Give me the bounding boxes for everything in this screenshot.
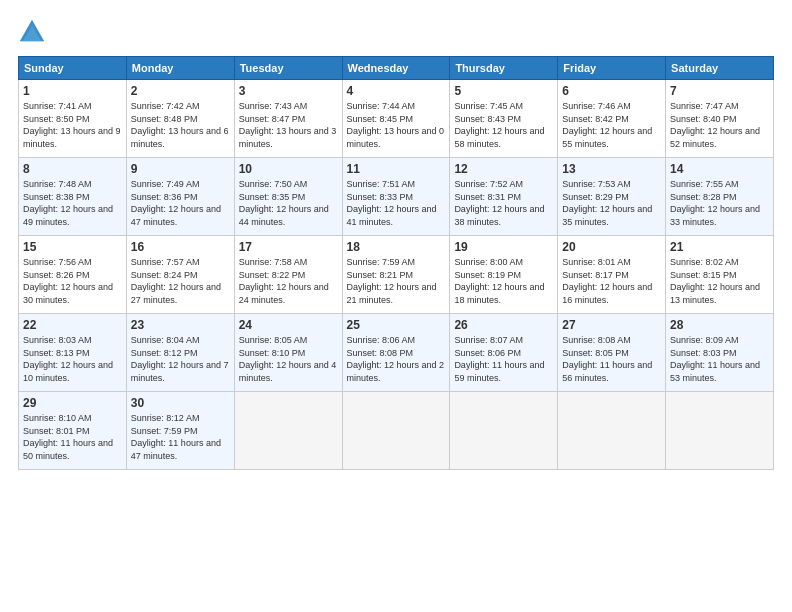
week-row-1: 1Sunrise: 7:41 AMSunset: 8:50 PMDaylight… (19, 80, 774, 158)
header-monday: Monday (126, 57, 234, 80)
day-info: Sunrise: 7:57 AMSunset: 8:24 PMDaylight:… (131, 256, 230, 306)
day-number: 17 (239, 240, 338, 254)
day-info: Sunrise: 8:03 AMSunset: 8:13 PMDaylight:… (23, 334, 122, 384)
day-cell: 14Sunrise: 7:55 AMSunset: 8:28 PMDayligh… (666, 158, 774, 236)
day-cell: 21Sunrise: 8:02 AMSunset: 8:15 PMDayligh… (666, 236, 774, 314)
day-info: Sunrise: 7:58 AMSunset: 8:22 PMDaylight:… (239, 256, 338, 306)
day-number: 26 (454, 318, 553, 332)
day-info: Sunrise: 7:41 AMSunset: 8:50 PMDaylight:… (23, 100, 122, 150)
day-info: Sunrise: 8:02 AMSunset: 8:15 PMDaylight:… (670, 256, 769, 306)
day-info: Sunrise: 7:47 AMSunset: 8:40 PMDaylight:… (670, 100, 769, 150)
day-info: Sunrise: 8:05 AMSunset: 8:10 PMDaylight:… (239, 334, 338, 384)
day-cell: 24Sunrise: 8:05 AMSunset: 8:10 PMDayligh… (234, 314, 342, 392)
day-info: Sunrise: 7:52 AMSunset: 8:31 PMDaylight:… (454, 178, 553, 228)
day-info: Sunrise: 8:12 AMSunset: 7:59 PMDaylight:… (131, 412, 230, 462)
day-cell: 13Sunrise: 7:53 AMSunset: 8:29 PMDayligh… (558, 158, 666, 236)
page: SundayMondayTuesdayWednesdayThursdayFrid… (0, 0, 792, 612)
day-cell (666, 392, 774, 470)
day-info: Sunrise: 7:45 AMSunset: 8:43 PMDaylight:… (454, 100, 553, 150)
day-cell: 25Sunrise: 8:06 AMSunset: 8:08 PMDayligh… (342, 314, 450, 392)
day-cell: 28Sunrise: 8:09 AMSunset: 8:03 PMDayligh… (666, 314, 774, 392)
day-info: Sunrise: 7:48 AMSunset: 8:38 PMDaylight:… (23, 178, 122, 228)
day-cell: 17Sunrise: 7:58 AMSunset: 8:22 PMDayligh… (234, 236, 342, 314)
day-number: 14 (670, 162, 769, 176)
day-number: 5 (454, 84, 553, 98)
day-number: 27 (562, 318, 661, 332)
day-number: 3 (239, 84, 338, 98)
day-info: Sunrise: 7:46 AMSunset: 8:42 PMDaylight:… (562, 100, 661, 150)
day-info: Sunrise: 7:55 AMSunset: 8:28 PMDaylight:… (670, 178, 769, 228)
day-cell (234, 392, 342, 470)
day-number: 16 (131, 240, 230, 254)
day-cell: 20Sunrise: 8:01 AMSunset: 8:17 PMDayligh… (558, 236, 666, 314)
day-number: 18 (347, 240, 446, 254)
day-cell: 1Sunrise: 7:41 AMSunset: 8:50 PMDaylight… (19, 80, 127, 158)
week-row-5: 29Sunrise: 8:10 AMSunset: 8:01 PMDayligh… (19, 392, 774, 470)
day-number: 4 (347, 84, 446, 98)
day-cell (558, 392, 666, 470)
day-number: 9 (131, 162, 230, 176)
day-number: 24 (239, 318, 338, 332)
day-cell: 4Sunrise: 7:44 AMSunset: 8:45 PMDaylight… (342, 80, 450, 158)
day-number: 22 (23, 318, 122, 332)
day-info: Sunrise: 7:59 AMSunset: 8:21 PMDaylight:… (347, 256, 446, 306)
day-info: Sunrise: 7:42 AMSunset: 8:48 PMDaylight:… (131, 100, 230, 150)
day-cell: 5Sunrise: 7:45 AMSunset: 8:43 PMDaylight… (450, 80, 558, 158)
day-info: Sunrise: 8:01 AMSunset: 8:17 PMDaylight:… (562, 256, 661, 306)
day-number: 23 (131, 318, 230, 332)
day-info: Sunrise: 7:53 AMSunset: 8:29 PMDaylight:… (562, 178, 661, 228)
header-saturday: Saturday (666, 57, 774, 80)
day-number: 10 (239, 162, 338, 176)
day-cell: 23Sunrise: 8:04 AMSunset: 8:12 PMDayligh… (126, 314, 234, 392)
day-number: 13 (562, 162, 661, 176)
day-cell: 19Sunrise: 8:00 AMSunset: 8:19 PMDayligh… (450, 236, 558, 314)
day-number: 8 (23, 162, 122, 176)
day-cell: 15Sunrise: 7:56 AMSunset: 8:26 PMDayligh… (19, 236, 127, 314)
day-cell: 27Sunrise: 8:08 AMSunset: 8:05 PMDayligh… (558, 314, 666, 392)
day-cell: 12Sunrise: 7:52 AMSunset: 8:31 PMDayligh… (450, 158, 558, 236)
day-number: 6 (562, 84, 661, 98)
day-number: 12 (454, 162, 553, 176)
day-info: Sunrise: 8:06 AMSunset: 8:08 PMDaylight:… (347, 334, 446, 384)
day-cell: 29Sunrise: 8:10 AMSunset: 8:01 PMDayligh… (19, 392, 127, 470)
day-number: 21 (670, 240, 769, 254)
day-number: 25 (347, 318, 446, 332)
logo-icon (18, 18, 46, 46)
header-wednesday: Wednesday (342, 57, 450, 80)
day-info: Sunrise: 7:51 AMSunset: 8:33 PMDaylight:… (347, 178, 446, 228)
day-number: 11 (347, 162, 446, 176)
day-number: 7 (670, 84, 769, 98)
day-cell: 9Sunrise: 7:49 AMSunset: 8:36 PMDaylight… (126, 158, 234, 236)
header-thursday: Thursday (450, 57, 558, 80)
week-row-4: 22Sunrise: 8:03 AMSunset: 8:13 PMDayligh… (19, 314, 774, 392)
day-cell: 26Sunrise: 8:07 AMSunset: 8:06 PMDayligh… (450, 314, 558, 392)
logo (18, 18, 50, 46)
day-number: 20 (562, 240, 661, 254)
day-cell: 10Sunrise: 7:50 AMSunset: 8:35 PMDayligh… (234, 158, 342, 236)
day-info: Sunrise: 7:49 AMSunset: 8:36 PMDaylight:… (131, 178, 230, 228)
day-info: Sunrise: 7:44 AMSunset: 8:45 PMDaylight:… (347, 100, 446, 150)
day-cell: 2Sunrise: 7:42 AMSunset: 8:48 PMDaylight… (126, 80, 234, 158)
header-sunday: Sunday (19, 57, 127, 80)
day-cell (342, 392, 450, 470)
day-cell: 3Sunrise: 7:43 AMSunset: 8:47 PMDaylight… (234, 80, 342, 158)
calendar-table: SundayMondayTuesdayWednesdayThursdayFrid… (18, 56, 774, 470)
day-cell: 6Sunrise: 7:46 AMSunset: 8:42 PMDaylight… (558, 80, 666, 158)
day-info: Sunrise: 7:43 AMSunset: 8:47 PMDaylight:… (239, 100, 338, 150)
day-cell: 22Sunrise: 8:03 AMSunset: 8:13 PMDayligh… (19, 314, 127, 392)
day-info: Sunrise: 7:50 AMSunset: 8:35 PMDaylight:… (239, 178, 338, 228)
day-info: Sunrise: 8:08 AMSunset: 8:05 PMDaylight:… (562, 334, 661, 384)
day-number: 29 (23, 396, 122, 410)
day-info: Sunrise: 8:07 AMSunset: 8:06 PMDaylight:… (454, 334, 553, 384)
day-number: 1 (23, 84, 122, 98)
header-friday: Friday (558, 57, 666, 80)
day-cell: 16Sunrise: 7:57 AMSunset: 8:24 PMDayligh… (126, 236, 234, 314)
header (18, 18, 774, 46)
day-number: 19 (454, 240, 553, 254)
day-info: Sunrise: 8:04 AMSunset: 8:12 PMDaylight:… (131, 334, 230, 384)
day-info: Sunrise: 8:10 AMSunset: 8:01 PMDaylight:… (23, 412, 122, 462)
week-row-3: 15Sunrise: 7:56 AMSunset: 8:26 PMDayligh… (19, 236, 774, 314)
day-number: 30 (131, 396, 230, 410)
day-cell: 7Sunrise: 7:47 AMSunset: 8:40 PMDaylight… (666, 80, 774, 158)
day-cell (450, 392, 558, 470)
